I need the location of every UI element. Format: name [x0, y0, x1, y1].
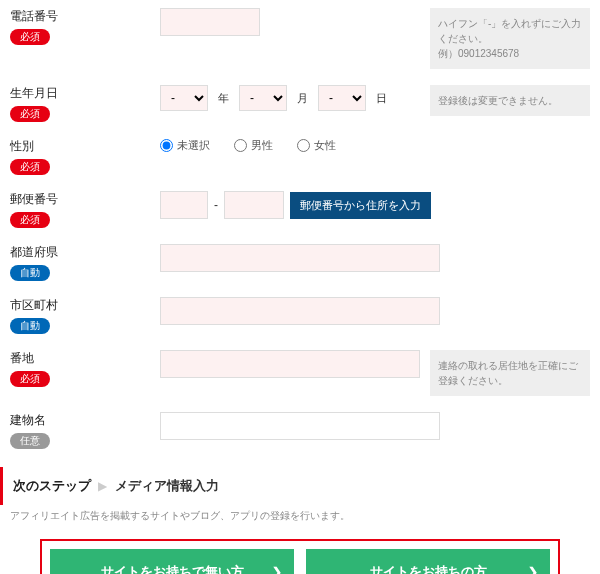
badge-required: 必須: [10, 159, 50, 175]
badge-required: 必須: [10, 29, 50, 45]
phone-input[interactable]: [160, 8, 260, 36]
label-postal: 郵便番号: [10, 191, 160, 208]
gender-radio-female[interactable]: 女性: [297, 138, 336, 153]
badge-required: 必須: [10, 106, 50, 122]
chevron-right-icon: ▶: [98, 479, 107, 493]
cta-no-site-button[interactable]: サイトをお持ちで無い方 ❯: [50, 549, 294, 574]
hint-phone: ハイフン「-」を入れずにご入力ください。 例）09012345678: [430, 8, 590, 69]
label-phone: 電話番号: [10, 8, 160, 25]
postal-input-1[interactable]: [160, 191, 208, 219]
cta-has-site-button[interactable]: サイトをお持ちの方 ❯: [306, 549, 550, 574]
row-city: 市区町村 自動: [0, 289, 600, 342]
pref-input[interactable]: [160, 244, 440, 272]
row-phone: 電話番号 必須 ハイフン「-」を入れずにご入力ください。 例）090123456…: [0, 0, 600, 77]
row-pref: 都道府県 自動: [0, 236, 600, 289]
cta-has-site-label: サイトをお持ちの方: [370, 563, 487, 574]
badge-required: 必須: [10, 212, 50, 228]
label-gender: 性別: [10, 138, 160, 155]
postal-dash: -: [214, 198, 218, 212]
chevron-right-icon: ❯: [272, 565, 282, 574]
birth-day-select[interactable]: -: [318, 85, 366, 111]
unit-day: 日: [376, 91, 387, 106]
postal-lookup-button[interactable]: 郵便番号から住所を入力: [290, 192, 431, 219]
chevron-right-icon: ❯: [528, 565, 538, 574]
next-step-header: 次のステップ ▶ メディア情報入力: [0, 467, 600, 505]
label-pref: 都道府県: [10, 244, 160, 261]
street-input[interactable]: [160, 350, 420, 378]
next-step-title: メディア情報入力: [115, 478, 219, 493]
gender-radio-unselected[interactable]: 未選択: [160, 138, 210, 153]
row-birth: 生年月日 必須 - 年 - 月 - 日 登録後は変更できません。: [0, 77, 600, 130]
row-gender: 性別 必須 未選択 男性 女性: [0, 130, 600, 183]
gender-radio-male[interactable]: 男性: [234, 138, 273, 153]
next-step-desc: アフィリエイト広告を掲載するサイトやブログ、アプリの登録を行います。: [0, 505, 600, 533]
city-input[interactable]: [160, 297, 440, 325]
postal-input-2[interactable]: [224, 191, 284, 219]
hint-birth: 登録後は変更できません。: [430, 85, 590, 116]
label-building: 建物名: [10, 412, 160, 429]
label-city: 市区町村: [10, 297, 160, 314]
next-step-label: 次のステップ: [13, 478, 91, 493]
badge-auto: 自動: [10, 265, 50, 281]
label-street: 番地: [10, 350, 160, 367]
row-building: 建物名 任意: [0, 404, 600, 457]
unit-month: 月: [297, 91, 308, 106]
label-birth: 生年月日: [10, 85, 160, 102]
building-input[interactable]: [160, 412, 440, 440]
row-postal: 郵便番号 必須 - 郵便番号から住所を入力: [0, 183, 600, 236]
birth-month-select[interactable]: -: [239, 85, 287, 111]
cta-container: サイトをお持ちで無い方 ❯ サイトをお持ちの方 ❯: [40, 539, 560, 574]
badge-required: 必須: [10, 371, 50, 387]
row-street: 番地 必須 連絡の取れる居住地を正確にご登録ください。: [0, 342, 600, 404]
cta-no-site-label: サイトをお持ちで無い方: [101, 563, 244, 574]
hint-street: 連絡の取れる居住地を正確にご登録ください。: [430, 350, 590, 396]
badge-optional: 任意: [10, 433, 50, 449]
badge-auto: 自動: [10, 318, 50, 334]
unit-year: 年: [218, 91, 229, 106]
birth-year-select[interactable]: -: [160, 85, 208, 111]
